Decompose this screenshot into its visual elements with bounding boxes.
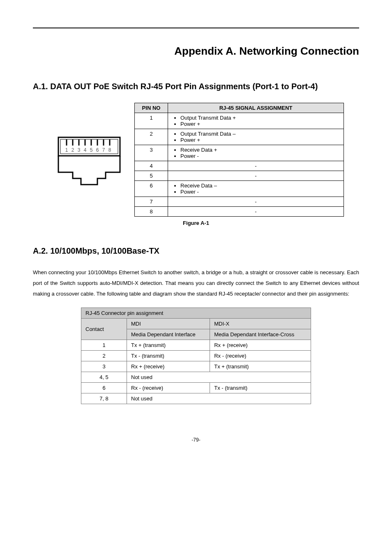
svg-text:3: 3 (78, 147, 81, 153)
signal-cell: - (168, 161, 344, 171)
table-row: 3 (81, 361, 127, 372)
table-cell: Tx + (transmit) (210, 361, 311, 372)
pin-cell: 2 (135, 129, 168, 145)
connector-assignment-table: RJ-45 Connector pin assignment Contact M… (81, 308, 311, 404)
pin-assignment-table: 1 2 3 4 5 6 7 8 PIN NO RJ-45 SIGNAL ASSI… (48, 103, 344, 217)
pin-cell: 1 (135, 113, 168, 129)
svg-text:1: 1 (65, 147, 68, 153)
mdix-header: MDI-X (210, 319, 311, 329)
signal-item: Power - (180, 153, 339, 159)
signal-item: Receive Data + (180, 147, 339, 153)
section-a2-title: A.2. 10/100Mbps, 10/100Base-TX (33, 243, 359, 259)
signal-item: Power + (180, 121, 339, 127)
signal-cell: Output Transmit Data + Power + (168, 113, 344, 129)
signal-cell: - (168, 207, 344, 217)
table-cell: Rx + (receive) (210, 340, 311, 351)
svg-rect-0 (58, 137, 120, 156)
table-row: 6 (81, 383, 127, 393)
horizontal-rule (33, 28, 359, 28)
appendix-title: Appendix A. Networking Connection (33, 45, 359, 58)
signal-item: Output Transmit Data – (180, 131, 339, 137)
table-cell: Not used (127, 393, 311, 404)
table-row: 7, 8 (81, 393, 127, 404)
table-cell: Tx + (transmit) (127, 340, 210, 351)
signal-cell: Receive Data + Power - (168, 145, 344, 161)
contact-header: Contact (81, 319, 127, 340)
page-number: -79- (33, 437, 359, 443)
signal-cell: - (168, 197, 344, 207)
mdi-subheader: Media Dependant Interface (127, 329, 210, 340)
svg-text:6: 6 (96, 147, 99, 153)
signal-item: Output Transmit Data + (180, 115, 339, 121)
pin-cell: 5 (135, 171, 168, 181)
connector-table-caption: RJ-45 Connector pin assignment (81, 308, 311, 319)
pin-cell: 3 (135, 145, 168, 161)
table-cell: Tx - (transmit) (127, 351, 210, 361)
svg-text:8: 8 (108, 147, 111, 153)
signal-item: Power + (180, 137, 339, 143)
table-row: 2 (81, 351, 127, 361)
table-cell: Tx - (transmit) (210, 383, 311, 393)
table-cell: Rx - (receive) (127, 383, 210, 393)
signal-cell: - (168, 171, 344, 181)
signal-cell: Receive Data – Power - (168, 181, 344, 197)
mdi-header: MDI (127, 319, 210, 329)
table-row: 1 (81, 340, 127, 351)
table-cell: Rx + (receive) (127, 361, 210, 372)
pin-cell: 7 (135, 197, 168, 207)
pin-cell: 4 (135, 161, 168, 171)
pin-header-pinno: PIN NO (135, 103, 168, 113)
svg-text:2: 2 (71, 147, 74, 153)
table-cell: Not used (127, 372, 311, 383)
svg-text:5: 5 (90, 147, 93, 153)
rj45-connector-image: 1 2 3 4 5 6 7 8 (48, 103, 135, 217)
svg-text:7: 7 (102, 147, 105, 153)
table-cell: Rx - (receive) (210, 351, 311, 361)
pin-cell: 6 (135, 181, 168, 197)
svg-text:4: 4 (84, 147, 87, 153)
pin-header-signal: RJ-45 SIGNAL ASSIGNMENT (168, 103, 344, 113)
section-a1-title: A.1. DATA OUT PoE Switch RJ-45 Port Pin … (33, 78, 359, 95)
pin-cell: 8 (135, 207, 168, 217)
figure-caption: Figure A-1 (33, 220, 359, 226)
mdix-subheader: Media Dependant Interface-Cross (210, 329, 311, 340)
signal-cell: Output Transmit Data – Power + (168, 129, 344, 145)
signal-item: Receive Data – (180, 183, 339, 189)
section-a2-paragraph: When connecting your 10/100Mbps Ethernet… (33, 267, 359, 299)
table-row: 4, 5 (81, 372, 127, 383)
signal-item: Power - (180, 189, 339, 195)
